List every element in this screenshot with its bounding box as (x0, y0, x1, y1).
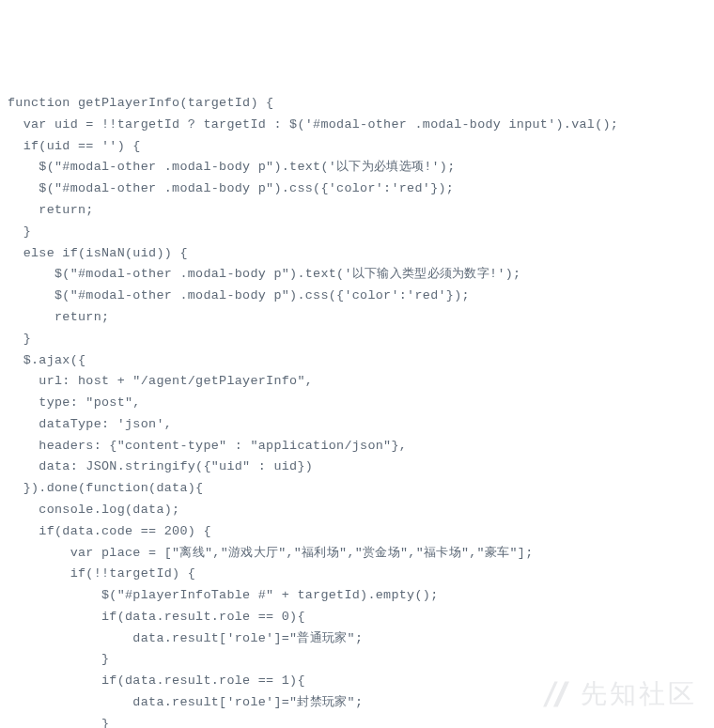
watermark-text: 先知社区 (581, 672, 697, 717)
watermark-icon (539, 678, 571, 710)
watermark: 先知社区 (539, 672, 697, 717)
code-block: function getPlayerInfo(targetId) { var u… (8, 93, 706, 728)
